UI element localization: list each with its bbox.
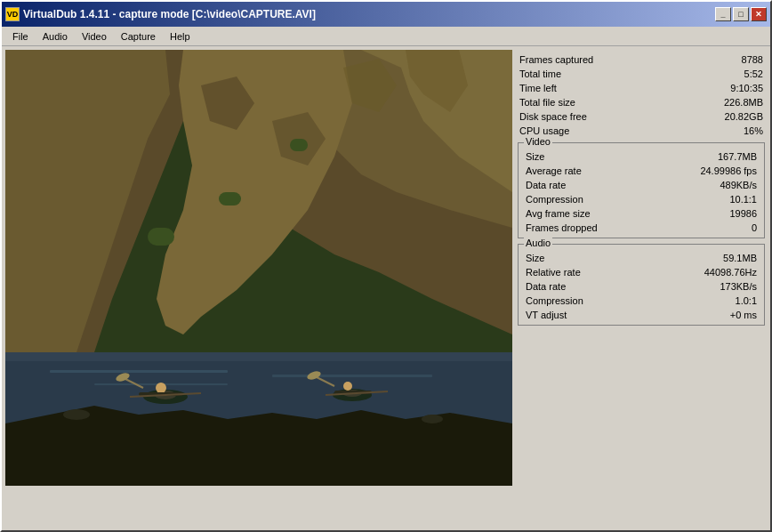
audio-compression-label: Compression	[526, 295, 583, 306]
video-data-rate-value: 489KB/s	[720, 180, 757, 190]
audio-compression-value: 1.0:1	[736, 295, 757, 306]
disk-space-free-value: 20.82GB	[725, 111, 763, 122]
window-title: VirtualDub 1.4.11 - capture mode [C:\vid…	[23, 8, 712, 20]
total-file-size-value: 226.8MB	[724, 97, 763, 108]
total-time-label: Total time	[519, 69, 561, 79]
video-data-rate-label: Data rate	[526, 180, 566, 190]
video-frames-dropped-row: Frames dropped 0	[524, 222, 759, 234]
menu-video[interactable]: Video	[75, 29, 114, 44]
video-data-rate-row: Data rate 489KB/s	[524, 179, 759, 191]
audio-vt-adjust-value: +0 ms	[730, 310, 757, 320]
video-frames-dropped-value: 0	[752, 222, 757, 233]
audio-section: Audio Size 59.1MB Relative rate 44098.76…	[518, 244, 765, 326]
svg-point-26	[343, 382, 352, 391]
total-file-size-row: Total file size 226.8MB	[518, 96, 765, 109]
audio-size-label: Size	[526, 253, 544, 263]
video-avg-rate-row: Average rate 24.99986 fps	[524, 165, 759, 177]
cpu-usage-row: CPU usage 16%	[518, 125, 765, 137]
stats-panel: Frames captured 8788 Total time 5:52 Tim…	[516, 50, 767, 527]
video-avg-frame-size-value: 19986	[729, 208, 757, 219]
video-preview	[5, 50, 512, 486]
video-compression-value: 10.1:1	[729, 194, 757, 205]
time-left-value: 9:10:35	[730, 83, 763, 93]
audio-data-rate-value: 173KB/s	[720, 281, 757, 292]
audio-data-rate-row: Data rate 173KB/s	[524, 280, 759, 293]
video-avg-frame-size-row: Avg frame size 19986	[524, 207, 759, 220]
audio-relative-rate-row: Relative rate 44098.76Hz	[524, 266, 759, 278]
video-compression-row: Compression 10.1:1	[524, 193, 759, 206]
video-compression-label: Compression	[526, 194, 583, 205]
svg-point-35	[422, 415, 443, 423]
audio-section-title: Audio	[524, 238, 552, 248]
svg-rect-15	[5, 352, 512, 361]
frames-captured-value: 8788	[742, 54, 763, 65]
video-section: Video Size 167.7MB Average rate 24.99986…	[518, 142, 765, 238]
audio-size-value: 59.1MB	[723, 253, 757, 263]
audio-relative-rate-value: 44098.76Hz	[704, 267, 757, 278]
svg-point-21	[156, 383, 166, 393]
cpu-usage-value: 16%	[744, 125, 763, 136]
video-size-value: 167.7MB	[718, 151, 757, 162]
video-section-title: Video	[524, 136, 552, 147]
main-window: VD VirtualDub 1.4.11 - capture mode [C:\…	[0, 0, 772, 532]
frames-captured-label: Frames captured	[519, 54, 593, 65]
svg-rect-13	[290, 139, 308, 151]
video-stats: Size 167.7MB Average rate 24.99986 fps D…	[524, 150, 759, 234]
audio-relative-rate-label: Relative rate	[526, 267, 581, 278]
audio-compression-row: Compression 1.0:1	[524, 294, 759, 307]
disk-space-free-label: Disk space free	[519, 111, 587, 122]
maximize-button[interactable]: □	[733, 7, 749, 21]
close-button[interactable]: ✕	[751, 7, 767, 21]
total-time-value: 5:52	[744, 69, 763, 79]
window-controls: _ □ ✕	[715, 7, 767, 21]
menu-file[interactable]: File	[5, 29, 36, 44]
cpu-usage-label: CPU usage	[519, 125, 569, 136]
total-time-row: Total time 5:52	[518, 68, 765, 80]
video-size-label: Size	[526, 151, 544, 162]
video-avg-rate-label: Average rate	[526, 165, 582, 176]
svg-rect-18	[272, 375, 432, 377]
menu-capture[interactable]: Capture	[114, 29, 163, 44]
minimize-button[interactable]: _	[715, 7, 731, 21]
app-icon: VD	[5, 7, 20, 21]
time-left-row: Time left 9:10:35	[518, 82, 765, 94]
video-size-row: Size 167.7MB	[524, 150, 759, 163]
main-content: Frames captured 8788 Total time 5:52 Tim…	[2, 46, 770, 530]
audio-size-row: Size 59.1MB	[524, 252, 759, 264]
svg-point-34	[63, 409, 90, 420]
total-file-size-label: Total file size	[519, 97, 575, 108]
menu-help[interactable]: Help	[163, 29, 197, 44]
audio-vt-adjust-row: VT adjust +0 ms	[524, 309, 759, 321]
menu-audio[interactable]: Audio	[36, 29, 75, 44]
video-avg-frame-size-label: Avg frame size	[526, 208, 591, 219]
audio-vt-adjust-label: VT adjust	[526, 310, 567, 320]
svg-rect-11	[148, 228, 174, 246]
title-bar: VD VirtualDub 1.4.11 - capture mode [C:\…	[2, 2, 770, 27]
frames-captured-row: Frames captured 8788	[518, 53, 765, 66]
video-avg-rate-value: 24.99986 fps	[700, 165, 757, 176]
menu-bar: File Audio Video Capture Help	[2, 27, 770, 46]
svg-rect-16	[50, 370, 228, 373]
time-left-label: Time left	[519, 83, 557, 93]
disk-space-free-row: Disk space free 20.82GB	[518, 110, 765, 123]
audio-stats: Size 59.1MB Relative rate 44098.76Hz Dat…	[524, 252, 759, 321]
video-frames-dropped-label: Frames dropped	[526, 222, 598, 233]
svg-rect-12	[219, 192, 241, 206]
audio-data-rate-label: Data rate	[526, 281, 566, 292]
